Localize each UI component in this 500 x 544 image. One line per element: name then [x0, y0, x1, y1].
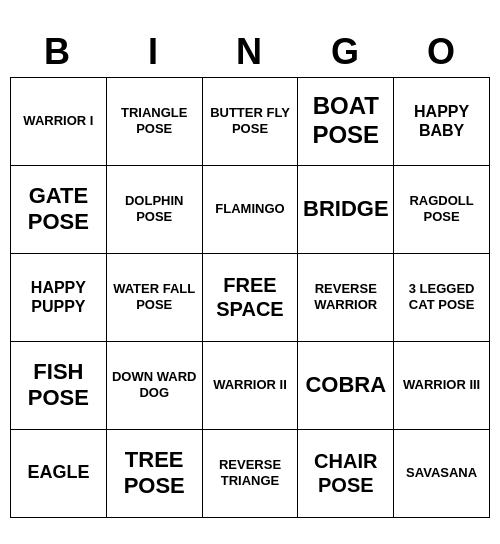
bingo-grid: WARRIOR ITRIANGLE POSEBUTTER FLY POSEBOA… — [10, 77, 490, 518]
bingo-cell: WARRIOR II — [203, 342, 299, 430]
bingo-cell: BOAT POSE — [298, 78, 394, 166]
bingo-cell: DOLPHIN POSE — [107, 166, 203, 254]
bingo-cell: BUTTER FLY POSE — [203, 78, 299, 166]
bingo-cell: TRIANGLE POSE — [107, 78, 203, 166]
header-letter: I — [106, 27, 202, 77]
bingo-cell: DOWN WARD DOG — [107, 342, 203, 430]
bingo-cell: REVERSE WARRIOR — [298, 254, 394, 342]
bingo-cell: CHAIR POSE — [298, 430, 394, 518]
bingo-cell: WARRIOR III — [394, 342, 490, 430]
bingo-cell: SAVASANA — [394, 430, 490, 518]
header-letter: G — [298, 27, 394, 77]
bingo-cell: COBRA — [298, 342, 394, 430]
bingo-cell: FISH POSE — [11, 342, 107, 430]
bingo-cell: TREE POSE — [107, 430, 203, 518]
bingo-cell: EAGLE — [11, 430, 107, 518]
bingo-cell: RAGDOLL POSE — [394, 166, 490, 254]
bingo-cell: GATE POSE — [11, 166, 107, 254]
bingo-cell: WARRIOR I — [11, 78, 107, 166]
bingo-card: BINGO WARRIOR ITRIANGLE POSEBUTTER FLY P… — [10, 27, 490, 518]
bingo-cell: 3 LEGGED CAT POSE — [394, 254, 490, 342]
header-letter: B — [10, 27, 106, 77]
bingo-cell: FLAMINGO — [203, 166, 299, 254]
header-letter: N — [202, 27, 298, 77]
header-letter: O — [394, 27, 490, 77]
bingo-cell: WATER FALL POSE — [107, 254, 203, 342]
bingo-cell: HAPPY PUPPY — [11, 254, 107, 342]
bingo-cell: BRIDGE — [298, 166, 394, 254]
bingo-header: BINGO — [10, 27, 490, 77]
bingo-cell: FREE SPACE — [203, 254, 299, 342]
bingo-cell: HAPPY BABY — [394, 78, 490, 166]
bingo-cell: REVERSE TRIANGE — [203, 430, 299, 518]
